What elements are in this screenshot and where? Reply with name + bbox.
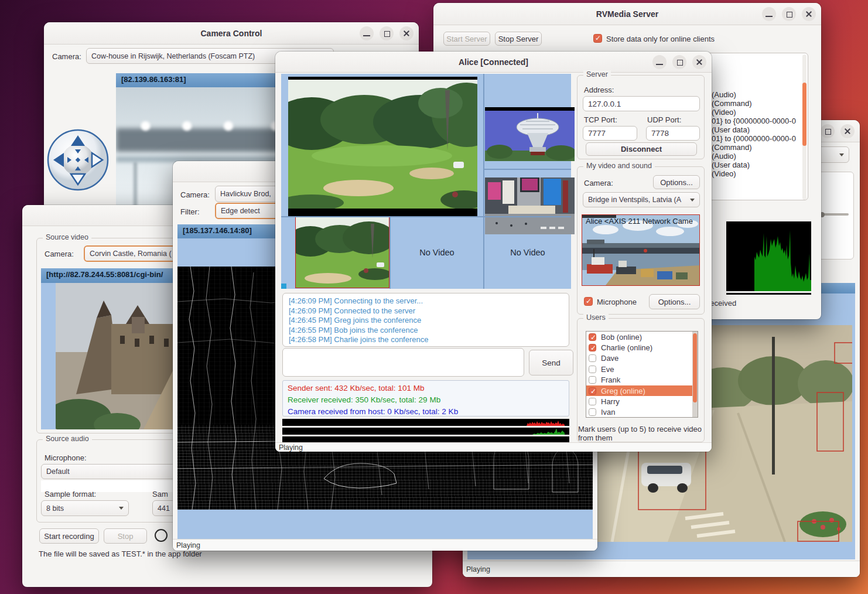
address-input[interactable]: 127.0.0.1 (583, 96, 700, 111)
record-indicator-icon (155, 529, 168, 542)
user-row[interactable]: Charlie (online) (586, 342, 698, 353)
stop-recording-button[interactable]: Stop (104, 528, 147, 544)
ptz-joystick[interactable] (46, 128, 110, 192)
user-row[interactable]: Eve (586, 364, 698, 374)
udp-port-input[interactable]: 7778 (646, 126, 700, 141)
user-checkbox[interactable] (589, 387, 596, 395)
user-checkbox[interactable] (589, 366, 596, 373)
chat-line: [4:26:09 PM] Connected to the server (289, 306, 563, 316)
user-row[interactable]: Bob (online) (586, 332, 698, 342)
user-checkbox[interactable] (589, 376, 596, 384)
log-line: 01} to {00000000-0000-0 (712, 134, 796, 143)
log-line: 01} to {00000000-0000-0 (712, 117, 796, 125)
user-row[interactable]: Frank (586, 375, 698, 385)
user-checkbox[interactable] (589, 354, 596, 362)
conference-video-thumb[interactable] (295, 216, 389, 288)
close-icon[interactable] (840, 124, 855, 138)
traffic-strip-received (282, 428, 569, 435)
message-input[interactable] (282, 348, 524, 377)
rvmedia-server-titlebar[interactable]: RVMedia Server (433, 3, 821, 25)
disconnect-button[interactable]: Disconnect (586, 142, 697, 156)
maximize-icon[interactable] (821, 124, 835, 138)
stat-camera: Camera received from host: 0 Kb/sec, tot… (288, 406, 564, 418)
tcp-port-input[interactable]: 7777 (583, 126, 637, 141)
sample-format-label: Sample format: (45, 490, 96, 499)
close-icon[interactable] (399, 26, 414, 40)
close-icon[interactable] (802, 7, 816, 21)
udp-port-label: UDP Port: (647, 115, 681, 124)
users-scrollbar[interactable] (692, 332, 698, 417)
no-video-text: No Video (419, 248, 454, 257)
maximize-icon[interactable] (380, 26, 394, 40)
conference-video-main (288, 77, 477, 216)
user-row[interactable]: Ivan (586, 407, 698, 418)
user-checkbox[interactable] (589, 398, 596, 405)
user-label: Charlie (online) (601, 343, 652, 352)
user-checkbox[interactable] (589, 408, 596, 416)
file-note: The file will be saved as TEST.* in the … (39, 549, 202, 558)
alice-camera-label: Camera: (584, 179, 613, 187)
grid-resize-handle[interactable] (281, 284, 286, 289)
minimize-icon[interactable] (762, 7, 776, 21)
alice-video-grid: No Video No Video (281, 74, 571, 289)
edge-camera-value: Havlickuv Brod, (220, 190, 271, 198)
microphone-label: Microphone: (45, 453, 87, 462)
chat-line: [4:26:09 PM] Connecting to the server... (289, 296, 563, 306)
my-video-group-label: My video and sound (583, 162, 655, 170)
stat-sender: Sender sent: 432 Kb/sec, total: 101 Mb (288, 383, 564, 394)
sample-rate-label: Sam (152, 490, 168, 499)
alice-status-text: Playing (279, 443, 303, 452)
alice-status-bar: Playing (275, 442, 712, 452)
log-line: (Command) (712, 143, 796, 152)
user-row-selected[interactable]: Greg (online) (586, 385, 698, 396)
camera-control-title: Camera Control (200, 29, 262, 38)
send-button[interactable]: Send (529, 350, 573, 375)
maximize-icon[interactable] (782, 7, 796, 21)
minimize-icon[interactable] (360, 26, 374, 40)
sample-format-dropdown[interactable]: 8 bits (41, 500, 129, 516)
user-row[interactable]: Harry (586, 396, 698, 407)
start-recording-button[interactable]: Start recording (39, 528, 99, 544)
source-video-group-label: Source video (43, 233, 91, 241)
minimize-icon[interactable] (652, 55, 667, 69)
user-row[interactable]: Dave (586, 353, 698, 364)
log-scrollbar[interactable] (802, 54, 807, 200)
user-checkbox[interactable] (589, 333, 596, 341)
microphone-checkbox[interactable] (584, 297, 593, 306)
chat-log[interactable]: [4:26:09 PM] Connecting to the server...… (282, 293, 569, 347)
users-list[interactable]: Bob (online) Charlie (online) Dave Eve F… (586, 331, 698, 418)
microphone-value: Default (46, 467, 70, 476)
user-checkbox[interactable] (589, 344, 596, 351)
stop-server-button[interactable]: Stop Server (495, 32, 542, 46)
close-icon[interactable] (692, 55, 706, 69)
edge-filter-label: Filter: (180, 207, 200, 216)
camera-options-button[interactable]: Options... (653, 175, 700, 189)
street-status-text: Playing (466, 565, 490, 573)
log-line: (Video) (712, 108, 796, 117)
street-slider[interactable] (821, 213, 849, 216)
conference-video-telescope (485, 107, 575, 161)
edge-filter-value: Edge detect (221, 207, 260, 215)
log-scrollbar-thumb[interactable] (802, 83, 807, 146)
alice-titlebar[interactable]: Alice [Connected] (275, 52, 712, 73)
users-note: Mark users (up to 5) to receive video fr… (578, 425, 702, 442)
maximize-icon[interactable] (672, 55, 686, 69)
alice-title: Alice [Connected] (459, 57, 528, 67)
tcp-port-label: TCP Port: (584, 115, 617, 124)
edge-status-bar: Playing (173, 539, 597, 551)
start-server-button[interactable]: Start Server (443, 32, 490, 46)
user-label: Greg (online) (601, 387, 645, 395)
address-label: Address: (584, 86, 614, 94)
user-label: Harry (601, 397, 620, 406)
alice-camera-value: Bridge in Ventspils, Latvia (A (588, 196, 681, 204)
mic-options-button[interactable]: Options... (649, 294, 700, 309)
recorder-camera-label: Camera: (45, 250, 74, 258)
bandwidth-histogram (726, 221, 811, 295)
camera-control-camera-label: Camera: (52, 52, 81, 61)
camera-control-titlebar[interactable]: Camera Control (44, 22, 419, 45)
chevron-down-icon (839, 153, 844, 156)
alice-camera-dropdown[interactable]: Bridge in Ventspils, Latvia (A (583, 192, 700, 207)
store-data-checkbox[interactable] (593, 34, 602, 43)
users-scrollbar-thumb[interactable] (693, 333, 697, 402)
rvmedia-server-title: RVMedia Server (596, 9, 658, 19)
